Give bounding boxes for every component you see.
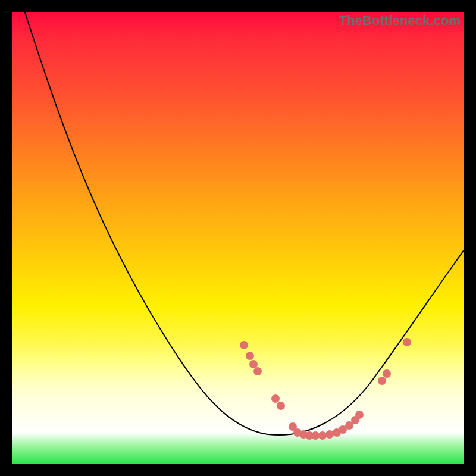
curve-line [24,12,464,435]
curve-dot [246,352,254,360]
curve-dot [249,360,258,368]
curve-dot [311,431,320,440]
curve-dot [253,367,262,375]
curve-dot [240,341,248,349]
curve-dot [277,402,285,410]
chart-frame: TheBottleneck.com [12,12,464,464]
curve-dots [240,338,411,440]
curve-dot [355,411,364,419]
bottleneck-curve [12,12,464,464]
curve-dot [325,430,334,439]
curve-dot [378,377,386,385]
watermark: TheBottleneck.com [339,13,461,29]
curve-dot [383,369,391,378]
curve-dot [318,431,327,440]
curve-dot [403,338,411,346]
curve-dot [271,394,280,403]
